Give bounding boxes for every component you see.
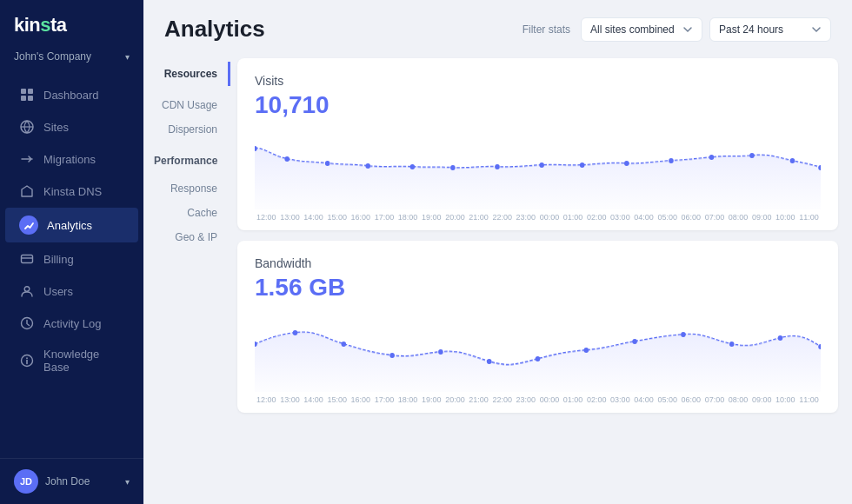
sidebar-item-dashboard[interactable]: Dashboard [5, 79, 138, 110]
sidebar-item-label: Dashboard [43, 89, 99, 102]
time-label: 09:00 [752, 213, 772, 222]
time-label: 03:00 [610, 395, 630, 404]
sidebar-item-migrations[interactable]: Migrations [5, 143, 138, 175]
sidebar-item-label: Sites [43, 121, 69, 134]
svg-point-30 [487, 359, 492, 364]
sidebar-item-activity-log[interactable]: Activity Log [5, 308, 138, 339]
svg-point-29 [438, 349, 443, 355]
sub-nav-resources[interactable]: Resources [143, 62, 230, 86]
svg-point-19 [624, 161, 629, 166]
time-label: 00:00 [540, 213, 560, 222]
sidebar-item-billing[interactable]: Billing [5, 243, 138, 275]
svg-point-28 [389, 353, 395, 358]
sidebar-item-label: Analytics [47, 219, 92, 232]
bandwidth-chart-container [255, 314, 821, 392]
sidebar-item-sites[interactable]: Sites [5, 111, 138, 143]
sidebar-item-knowledge-base[interactable]: Knowledge Base [5, 340, 138, 381]
main-content: Analytics Filter stats All sites combine… [143, 0, 852, 504]
time-label: 14:00 [303, 395, 323, 404]
sidebar-item-users[interactable]: Users [5, 275, 138, 307]
time-label: 16:00 [351, 395, 371, 404]
time-label: 10:00 [775, 213, 795, 222]
svg-point-16 [495, 164, 500, 169]
sub-nav: Resources CDN Usage Dispersion Performan… [143, 51, 230, 504]
time-filter-dropdown[interactable]: Past 24 hours [709, 17, 831, 42]
sub-nav-cdn-usage[interactable]: CDN Usage [143, 93, 230, 117]
svg-rect-0 [21, 89, 26, 94]
svg-point-23 [790, 158, 795, 163]
time-label: 16:00 [351, 213, 371, 222]
logo: kinsta [14, 14, 130, 36]
time-label: 18:00 [398, 213, 418, 222]
sidebar-item-analytics[interactable]: Analytics [5, 208, 138, 242]
site-filter-dropdown[interactable]: All sites combined [581, 17, 702, 42]
time-label: 01:00 [563, 395, 583, 404]
svg-point-20 [669, 158, 674, 163]
time-label: 23:00 [516, 213, 536, 222]
time-label: 08:00 [729, 395, 749, 404]
svg-point-35 [729, 342, 735, 347]
chevron-down-icon: ▾ [125, 52, 130, 62]
user-chevron-icon: ▾ [125, 477, 130, 487]
time-label: 17:00 [375, 213, 395, 222]
sidebar-item-kinsta-dns[interactable]: Kinsta DNS [5, 176, 138, 207]
svg-point-36 [778, 335, 783, 341]
sub-nav-performance[interactable]: Performance [143, 149, 230, 173]
time-label: 10:00 [775, 395, 795, 404]
main-header: Analytics Filter stats All sites combine… [143, 0, 852, 51]
time-label: 17:00 [375, 395, 395, 404]
svg-point-9 [26, 357, 28, 359]
svg-point-32 [584, 348, 589, 353]
svg-point-17 [539, 162, 544, 168]
time-label: 00:00 [540, 395, 560, 404]
time-label: 15:00 [327, 395, 347, 404]
svg-point-21 [709, 155, 715, 160]
company-selector[interactable]: John's Company ▾ [0, 45, 143, 75]
svg-point-15 [450, 165, 456, 170]
site-filter-chevron-icon [682, 24, 693, 35]
sidebar-item-label: Activity Log [43, 317, 101, 330]
content-area: Resources CDN Usage Dispersion Performan… [143, 51, 852, 504]
sidebar-item-label: Migrations [43, 153, 96, 166]
time-label: 03:00 [610, 213, 630, 222]
kinsta-dns-icon [19, 183, 35, 199]
svg-point-22 [749, 153, 755, 158]
time-label: 04:00 [634, 213, 654, 222]
time-label: 05:00 [657, 395, 677, 404]
time-label: 06:00 [682, 213, 702, 222]
svg-point-27 [342, 342, 347, 347]
sub-nav-geo-ip[interactable]: Geo & IP [143, 225, 230, 249]
sub-nav-cache[interactable]: Cache [143, 201, 230, 225]
time-label: 11:00 [799, 395, 819, 404]
svg-point-14 [410, 164, 416, 169]
time-label: 01:00 [563, 213, 583, 222]
visits-line-chart [255, 131, 821, 209]
user-name: John Doe [45, 475, 90, 487]
avatar: JD [14, 469, 38, 494]
bandwidth-line-chart [255, 314, 821, 392]
time-label: 21:00 [469, 213, 489, 222]
activity-log-icon [19, 315, 35, 331]
migrations-icon [19, 151, 35, 167]
svg-rect-1 [28, 89, 33, 94]
header-controls: Filter stats All sites combined Past 24 … [523, 17, 831, 42]
svg-point-26 [293, 330, 298, 335]
time-label: 13:00 [280, 395, 300, 404]
sidebar-nav: Dashboard Sites Migrations Kinsta DNS An… [0, 75, 143, 458]
svg-point-13 [365, 163, 370, 169]
visits-chart-container [255, 131, 821, 209]
time-label: 09:00 [752, 395, 772, 404]
time-label: 21:00 [469, 395, 489, 404]
sub-nav-response[interactable]: Response [143, 176, 230, 201]
time-filter-value: Past 24 hours [719, 23, 783, 36]
svg-rect-2 [21, 96, 26, 101]
users-icon [19, 283, 35, 299]
time-label: 22:00 [492, 213, 512, 222]
time-label: 20:00 [445, 395, 465, 404]
analytics-icon [19, 216, 38, 235]
svg-rect-5 [22, 255, 33, 263]
time-label: 19:00 [422, 213, 442, 222]
time-label: 20:00 [445, 213, 465, 222]
svg-point-31 [536, 356, 541, 361]
sub-nav-dispersion[interactable]: Dispersion [143, 117, 230, 142]
